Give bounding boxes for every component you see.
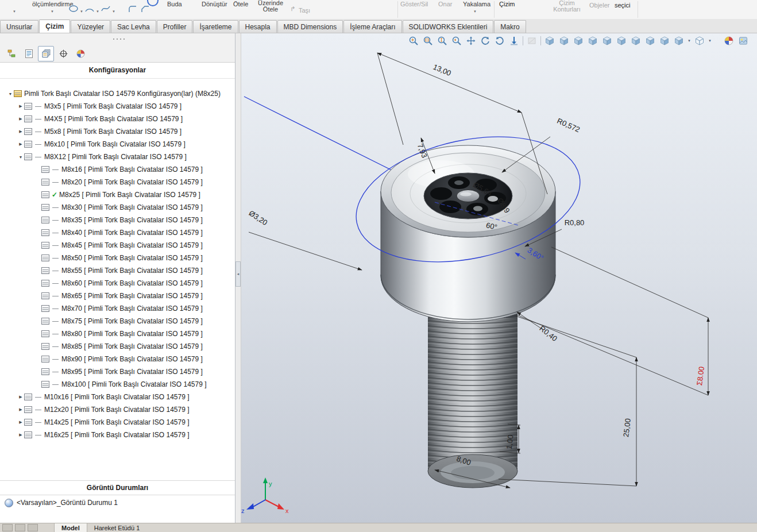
right-view-icon[interactable] <box>587 35 598 47</box>
command-tab[interactable]: İşaretleme <box>193 20 238 33</box>
dim-text[interactable]: 1,00 <box>505 434 515 450</box>
view-orientation-icon[interactable] <box>673 35 685 47</box>
command-tab[interactable]: İşleme Araçları <box>343 20 401 33</box>
repair-sketch-button[interactable]: Onar <box>438 1 452 7</box>
display-style-caret-icon[interactable]: ▼ <box>708 39 712 43</box>
edit-appearance-icon[interactable] <box>723 35 735 47</box>
selector-button[interactable]: seçici <box>615 2 631 9</box>
command-tab[interactable]: Hesapla <box>239 20 277 33</box>
tree-item[interactable]: ✓ M8x80 [ Pimli Tork Başlı Civatalar ISO… <box>0 327 235 340</box>
zoom-fit-icon[interactable] <box>408 35 419 47</box>
previous-view-icon[interactable] <box>451 35 462 47</box>
bottom-tab[interactable]: Hareket Etüdü 1 <box>87 523 147 532</box>
bottom-tab[interactable]: Model <box>54 523 87 532</box>
panel-splitter-grip[interactable] <box>112 38 127 40</box>
view-orientation-caret-icon[interactable]: ▼ <box>688 39 691 43</box>
sketch-arc-tool-icon[interactable] <box>84 3 95 14</box>
command-tab[interactable]: Çizim <box>39 20 70 33</box>
tree-item[interactable]: ▶ ✓ M6x10 [ Pimli Tork Başlı Civatalar I… <box>0 138 235 151</box>
dim-text[interactable]: R0,80 <box>565 218 585 227</box>
sheet-icon[interactable] <box>28 524 38 531</box>
expander-icon[interactable]: ▶ <box>17 117 24 121</box>
tree-item[interactable]: ✓ M8x90 [ Pimli Tork Başlı Civatalar ISO… <box>0 353 235 365</box>
tree-item[interactable]: ✓ M8x60 [ Pimli Tork Başlı Civatalar ISO… <box>0 277 235 290</box>
display-style-icon[interactable] <box>694 35 705 47</box>
tree-item[interactable]: ✓ M8x50 [ Pimli Tork Başlı Civatalar ISO… <box>0 252 235 264</box>
tree-item[interactable]: ▼ ✓ M8X12 [ Pimli Tork Başlı Civatalar I… <box>0 151 235 163</box>
expander-icon[interactable]: ▶ <box>17 142 24 147</box>
expander-icon[interactable]: ▶ <box>17 129 24 134</box>
expander-icon[interactable]: ▶ <box>17 433 24 437</box>
command-tab[interactable]: Yüzeyler <box>71 20 110 33</box>
sketch-button[interactable]: Çizim <box>499 1 515 7</box>
propertymanager-tab[interactable] <box>21 46 37 61</box>
apply-scene-icon[interactable] <box>737 35 749 47</box>
expander-icon[interactable]: ▶ <box>17 395 24 399</box>
tree-root-item[interactable]: ▼ Pimli Tork Başlı Civatalar ISO 14579 K… <box>0 87 235 100</box>
tree-item[interactable]: ✓ M8x55 [ Pimli Tork Başlı Civatalar ISO… <box>0 264 235 277</box>
zoom-area-icon[interactable] <box>422 35 434 47</box>
tree-item[interactable]: ▶ ✓ M4X5 [ Pimli Tork Başlı Civatalar IS… <box>0 113 235 125</box>
command-tab[interactable]: MBD Dimensions <box>277 20 343 33</box>
sheet-icon[interactable] <box>15 524 25 531</box>
offset-entities-button[interactable]: Ötele <box>233 1 248 7</box>
command-tab[interactable]: SOLIDWORKS Eklentileri <box>403 20 494 33</box>
tree-item[interactable]: ✓ M8x20 [ Pimli Tork Başlı Civatalar ISO… <box>0 176 235 188</box>
front-view-icon[interactable] <box>544 35 555 47</box>
tree-item[interactable]: ✓ M8x25 [ Pimli Tork Başlı Civatalar ISO… <box>0 188 235 201</box>
command-tab[interactable]: Profiller <box>157 20 193 33</box>
3d-scene[interactable]: 13,00 R0,572 7,93 Ø5,64 Ø8,9 60° Ø3,20 R… <box>241 33 757 523</box>
tree-item[interactable]: ✓ M8x35 [ Pimli Tork Başlı Civatalar ISO… <box>0 214 235 226</box>
dropdown-caret-icon[interactable]: ▼ <box>96 10 99 13</box>
sketch-spline-tool-icon[interactable] <box>100 3 111 14</box>
dimxpertmanager-tab[interactable] <box>55 46 71 61</box>
rotate-view-icon[interactable] <box>480 35 491 47</box>
command-tab[interactable]: Unsurlar <box>0 20 38 33</box>
smart-dimension-button[interactable]: ölçümlendirme <box>32 1 74 7</box>
tree-item[interactable]: ▶ ✓ M5x8 [ Pimli Tork Başlı Civatalar IS… <box>0 125 235 138</box>
expander-icon[interactable]: ▶ <box>17 407 24 412</box>
expander-icon[interactable]: ▶ <box>17 104 24 109</box>
sketch-fillet-tool-icon[interactable] <box>128 5 138 14</box>
top-view-icon[interactable] <box>601 35 613 47</box>
configurationmanager-tab[interactable] <box>38 46 54 61</box>
sketch-contours-button[interactable]: Çizim Konturları <box>546 0 588 13</box>
tree-item[interactable]: ✓ M8x100 [ Pimli Tork Başlı Civatalar IS… <box>0 378 235 391</box>
displaymanager-tab[interactable] <box>72 46 88 61</box>
trim-entities-button[interactable]: Buda <box>167 1 182 7</box>
tree-item[interactable]: ✓ M8x40 [ Pimli Tork Başlı Civatalar ISO… <box>0 226 235 239</box>
expander-icon[interactable]: ▼ <box>7 92 14 96</box>
dropdown-caret-icon[interactable]: ▼ <box>112 10 115 13</box>
bottom-view-icon[interactable] <box>616 35 627 47</box>
tree-item[interactable]: ▶ ✓ M16x25 [ Pimli Tork Başlı Civatalar … <box>0 429 235 441</box>
move-entities-button[interactable]: Taşı <box>299 7 310 14</box>
tree-item[interactable]: ✓ M8x45 [ Pimli Tork Başlı Civatalar ISO… <box>0 239 235 252</box>
sheet-icon[interactable] <box>2 524 13 531</box>
display-delete-relations-button[interactable]: Göster/Sil <box>400 1 428 7</box>
zoom-in-out-icon[interactable] <box>437 35 448 47</box>
dropdown-caret-icon[interactable]: ▼ <box>51 10 54 13</box>
tree-item[interactable]: ✓ M8x75 [ Pimli Tork Başlı Civatalar ISO… <box>0 315 235 327</box>
isometric-view-icon[interactable] <box>630 35 642 47</box>
tree-item[interactable]: ✓ M8x95 [ Pimli Tork Başlı Civatalar ISO… <box>0 365 235 378</box>
featuremanager-tab[interactable] <box>3 46 20 61</box>
section-view-icon[interactable] <box>526 35 538 47</box>
left-view-icon[interactable] <box>573 35 584 47</box>
panel-splitter[interactable]: ◄ <box>235 33 241 523</box>
dropdown-caret-icon[interactable]: ▼ <box>13 10 16 13</box>
display-state-item[interactable]: <Varsayılan>_Görüntü Durumu 1 <box>0 495 235 510</box>
sketch-chamfer-tool-icon[interactable] <box>140 5 150 14</box>
tree-item[interactable]: ▶ ✓ M3x5 [ Pimli Tork Başlı Civatalar IS… <box>0 100 235 113</box>
command-tab[interactable]: Sac Levha <box>111 20 156 33</box>
quick-snaps-button[interactable]: Yakalama <box>463 1 490 7</box>
panel-collapse-button[interactable]: ◄ <box>235 261 241 287</box>
tree-item[interactable]: ▶ ✓ M10x16 [ Pimli Tork Başlı Civatalar … <box>0 391 235 403</box>
tree-item[interactable]: ✓ M8x16 [ Pimli Tork Başlı Civatalar ISO… <box>0 163 235 176</box>
tree-item[interactable]: ✓ M8x70 [ Pimli Tork Başlı Civatalar ISO… <box>0 302 235 315</box>
pan-icon[interactable] <box>465 35 477 47</box>
graphics-viewport[interactable]: 13,00 R0,572 7,93 Ø5,64 Ø8,9 60° Ø3,20 R… <box>241 33 757 523</box>
back-view-icon[interactable] <box>558 35 570 47</box>
tree-item[interactable]: ▶ ✓ M12x20 [ Pimli Tork Başlı Civatalar … <box>0 403 235 416</box>
tree-item[interactable]: ✓ M8x65 [ Pimli Tork Başlı Civatalar ISO… <box>0 290 235 302</box>
offset-on-surface-button[interactable]: Üzerinde Ötele <box>253 0 288 13</box>
